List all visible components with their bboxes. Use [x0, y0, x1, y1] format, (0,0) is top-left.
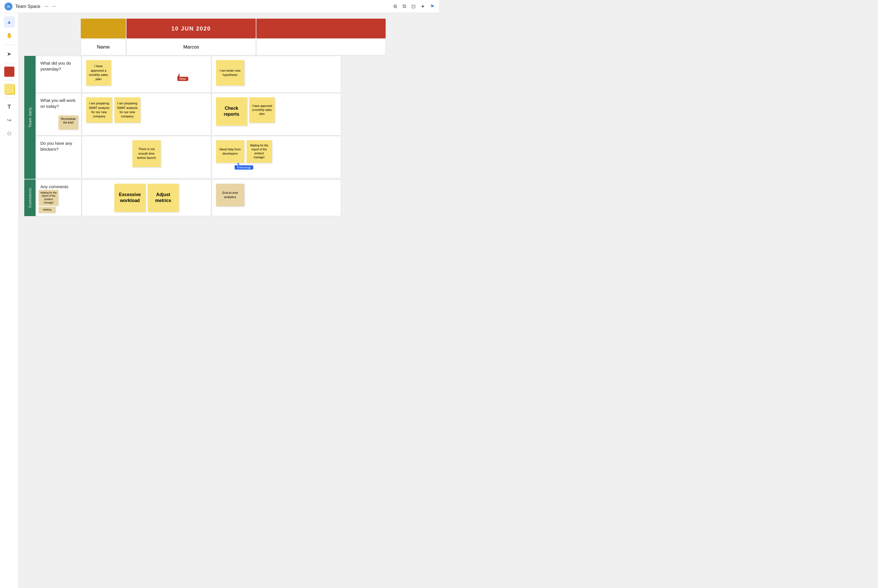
sticky-approved-plan[interactable]: I have approved a monthly sales plan — [249, 98, 275, 123]
comments-stickies-col1: Waiting for the report of the product ma… — [39, 190, 59, 213]
toolbar-divider — [4, 45, 14, 45]
sticky-note-sales-plan[interactable]: I have approved a monthly sales plan — [86, 60, 111, 86]
frame-icon[interactable]: ⊡ — [411, 3, 416, 10]
flag-icon[interactable]: ⚑ — [430, 3, 434, 10]
header-col1-yellow — [81, 19, 126, 38]
blockers-col3-cell: Need help from developers Waiting for th… — [212, 136, 341, 178]
today-col3-cell: Check reports I have approved a monthly … — [212, 93, 341, 135]
blockers-row: Do you have any blockers? There is not e… — [36, 136, 439, 178]
nav-forward-button[interactable]: → — [51, 3, 56, 9]
sticky-need-help[interactable]: Need help from developers — [216, 140, 244, 163]
name-row: Name Marcos — [24, 39, 439, 55]
arrow-tool[interactable]: ➤ — [4, 48, 15, 60]
copy-icon[interactable]: ⧉ — [403, 3, 406, 9]
blockers-marcos-cell: There is not enouth time before launch — [82, 136, 211, 178]
toolbar-divider-2 — [4, 63, 14, 63]
header-date: 10 JUN 2020 — [126, 19, 256, 38]
today-label-cell: What you will work on today? Reschedule … — [36, 93, 81, 135]
yesterday-row: What did you do yesterday? I have approv… — [36, 56, 439, 93]
yesterday-marcos-cell: I have approved a monthly sales plan Ива… — [82, 56, 211, 93]
comments-label-cell: Any comments Waiting for the report of t… — [36, 180, 81, 216]
name-label-cell: Name — [81, 39, 126, 55]
avatar[interactable]: Je — [5, 3, 12, 10]
team-daily-rows: What did you do yesterday? I have approv… — [36, 56, 439, 179]
connector-tool[interactable]: ↪ — [4, 114, 15, 126]
name-marcos-cell: Marcos — [126, 39, 256, 55]
stamp-tool[interactable]: ⚇ — [4, 128, 15, 140]
header-section-spacer — [24, 19, 81, 38]
settings-icon[interactable]: ⚙ — [393, 3, 397, 10]
comments-col2-cell: Excessive workload Adjust metrics — [82, 180, 211, 216]
sticky-swat-2[interactable]: I am preparing SWAT analysis for our new… — [114, 98, 140, 123]
sticky-testing-hypothesis[interactable]: I am testin new hypothesis — [216, 60, 244, 86]
sticky-waiting-report[interactable]: Waiting for the report of the product ma… — [247, 140, 272, 163]
today-row: What you will work on today? Reschedule … — [36, 93, 439, 135]
comments-section: Comments Any comments Waiting for the re… — [24, 180, 439, 216]
color-swatch[interactable] — [4, 67, 14, 77]
cursor-alexander: Александр — [235, 164, 253, 170]
comments-row: Any comments Waiting for the report of t… — [36, 180, 439, 216]
sticky-note-tool[interactable] — [4, 84, 14, 94]
share-icon[interactable]: ✦ — [421, 3, 425, 10]
header-col3-red — [256, 19, 386, 38]
sticky-end-to-end[interactable]: End-to-end analytics — [216, 184, 244, 206]
name-col3-cell — [256, 39, 386, 55]
hand-tool[interactable]: ✋ — [4, 30, 15, 41]
canvas: 10 JUN 2020 Name Marcos Team — [19, 13, 439, 294]
yesterday-col3-cell: I am testin new hypothesis — [212, 56, 341, 93]
today-marcos-cell: I am preparing SWAT analysis for our new… — [82, 93, 211, 135]
sticky-reschedule[interactable]: Reschedule the brief — [59, 116, 78, 129]
topbar: Je Team Space ← → ⚙ ⧉ ⊡ ✦ ⚑ — [0, 0, 439, 13]
section-label-team-daily: Team daily — [24, 56, 36, 179]
sticky-swat-1[interactable]: I am preparing SWAT analysis for our new… — [86, 98, 112, 123]
sticky-excessive-workload[interactable]: Excessive workload — [114, 184, 145, 212]
app-title: Team Space — [15, 4, 41, 9]
sticky-waiting-report-2[interactable]: Waiting for the report of the product ma… — [39, 190, 59, 206]
name-row-spacer — [24, 39, 81, 55]
sticky-check-reports[interactable]: Check reports — [216, 98, 247, 126]
sticky-not-enough-time[interactable]: There is not enouth time before launch — [132, 140, 161, 167]
left-toolbar: ▲ ✋ ➤ T ↪ ⚇ — [0, 13, 19, 294]
topbar-navigation: ← → — [44, 3, 56, 9]
topbar-icons: ⚙ ⧉ ⊡ ✦ ⚑ — [393, 3, 434, 10]
text-tool[interactable]: T — [4, 101, 15, 112]
cursor-ivan: Иван — [177, 73, 188, 81]
sticky-waiting-2[interactable]: Waiting — [39, 207, 56, 213]
name-cells: Name Marcos — [81, 39, 439, 55]
section-label-comments: Comments — [24, 180, 36, 216]
header-row: 10 JUN 2020 — [24, 19, 439, 38]
yesterday-label-cell: What did you do yesterday? — [36, 56, 81, 93]
blockers-label-cell: Do you have any blockers? — [36, 136, 81, 178]
select-tool[interactable]: ▲ — [4, 16, 15, 28]
sticky-adjust-metrics[interactable]: Adjust metrics — [148, 184, 179, 212]
header-cells: 10 JUN 2020 — [81, 19, 439, 38]
team-daily-section: Team daily What did you do yesterday? I … — [24, 56, 439, 179]
comments-col3-cell: End-to-end analytics — [212, 180, 341, 216]
nav-back-button[interactable]: ← — [44, 3, 50, 9]
